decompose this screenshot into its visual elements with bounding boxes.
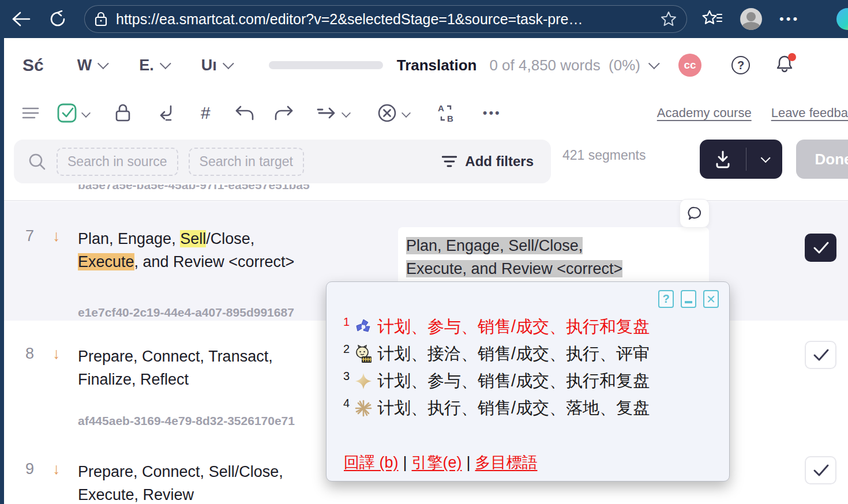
highlight-yellow: Sell: [180, 230, 206, 247]
segment-number: 8: [25, 345, 34, 363]
editor-toolbar: # AB ••• Academy course Leave feedba: [4, 92, 848, 134]
highlight-orange: Execute: [78, 253, 134, 270]
chevron-down-icon: [160, 58, 171, 69]
confirm-button-row9[interactable]: [805, 456, 836, 484]
source-text[interactable]: Plan, Engage, Sell/Close, Execute, and R…: [78, 227, 392, 273]
notifications-bell-icon[interactable]: [775, 54, 794, 76]
segment-id: e1e7cf40-2c19-44e4-a407-895d991687: [78, 306, 294, 319]
academy-course-link[interactable]: Academy course: [657, 106, 752, 121]
word-count: 0 of 4,850 words (0%): [489, 57, 640, 74]
menu-editor[interactable]: E.: [139, 57, 168, 74]
popup-footer: 回譯 (b)|引擎(e)|多目標語: [344, 452, 538, 473]
popup-minimize-button[interactable]: [681, 290, 696, 308]
url-text[interactable]: https://ea.smartcat.com/editor?v=2&selec…: [116, 11, 660, 28]
chevron-down-icon: [223, 58, 234, 69]
engines-link[interactable]: 引擎(e): [412, 454, 462, 471]
hamburger-menu-icon[interactable]: [22, 107, 39, 119]
search-box: Search in source Search in target Add fi…: [14, 140, 551, 183]
filter-icon: [442, 156, 457, 167]
translation-entry[interactable]: 3 计划、参与、销售/成交、执行和复盘: [342, 370, 650, 393]
segment-number-icon[interactable]: #: [201, 103, 211, 123]
comment-bubble-icon: [687, 206, 702, 221]
translation-entry[interactable]: 4 计划、执行、销售/成交、落地、复盘: [342, 397, 650, 420]
menu-workspace[interactable]: W: [77, 57, 106, 74]
copy-source-to-target-button[interactable]: [317, 106, 350, 121]
browser-back-button[interactable]: [8, 6, 33, 32]
search-in-source-input[interactable]: Search in source: [57, 148, 178, 176]
confirm-button-row7[interactable]: [805, 234, 836, 262]
blue-knot-engine-icon: [354, 318, 373, 336]
menu-user[interactable]: Uı: [201, 57, 231, 74]
chevron-down-icon: [402, 108, 411, 118]
clipped-segment-id: ba5e7a5e-ba5e-45ab-97f1-ea5e57e51ba5: [78, 185, 310, 199]
popup-close-button[interactable]: ✕: [703, 290, 719, 308]
lock-icon: [94, 11, 108, 27]
undo-icon[interactable]: [235, 104, 254, 122]
help-icon[interactable]: ?: [731, 56, 750, 74]
stage-title: Translation: [397, 57, 477, 74]
chevron-down-icon[interactable]: [761, 153, 771, 163]
check-icon: [812, 464, 830, 477]
minimize-icon: [685, 301, 692, 303]
notification-badge: [788, 53, 796, 61]
chevron-down-icon: [342, 108, 351, 118]
divider: [4, 200, 848, 201]
segments-count: 421 segments: [562, 148, 646, 163]
add-filters-button[interactable]: Add filters: [442, 140, 534, 183]
divider: [746, 148, 746, 171]
screen: https://ea.smartcat.com/editor?v=2&selec…: [0, 0, 848, 504]
progress-bar: [269, 61, 383, 69]
svg-text:B: B: [447, 114, 453, 123]
back-translate-link[interactable]: 回譯 (b): [344, 454, 399, 471]
window-border: [0, 38, 4, 504]
confirm-button-row8[interactable]: [805, 341, 836, 369]
filter-bar: Search in source Search in target Add fi…: [4, 134, 848, 190]
check-icon: [812, 348, 830, 362]
comment-button[interactable]: [680, 199, 710, 228]
gold-sparkle-engine-icon: [354, 373, 373, 390]
translation-entry[interactable]: 2 计划、接洽、销售/成交、执行、评审: [342, 343, 650, 366]
segment-number: 9: [25, 460, 34, 478]
bookmark-star-icon[interactable]: [660, 10, 677, 28]
arrow-down-icon: ↓: [52, 227, 61, 245]
redo-icon[interactable]: [274, 104, 294, 122]
lock-segment-icon[interactable]: [114, 103, 132, 123]
glossary-ab-icon[interactable]: AB: [436, 103, 456, 123]
chevron-down-icon: [97, 58, 109, 69]
multi-target-link[interactable]: 多目標語: [475, 454, 538, 471]
chevron-down-icon[interactable]: [648, 58, 660, 69]
app-header: Sć W E. Uı Translation 0 of 4,850 words …: [4, 38, 848, 92]
confirm-segment-button[interactable]: [57, 103, 90, 123]
arrow-down-icon: ↓: [52, 460, 61, 478]
copilot-icon[interactable]: [836, 8, 848, 30]
search-in-target-input[interactable]: Search in target: [189, 148, 304, 176]
more-options-icon[interactable]: •••: [483, 106, 501, 121]
svg-text:A: A: [438, 103, 444, 113]
segment-number: 7: [25, 227, 34, 245]
leave-feedback-link[interactable]: Leave feedba: [771, 106, 848, 121]
favorites-icon[interactable]: [702, 10, 723, 28]
clear-target-button[interactable]: [377, 103, 410, 123]
goto-next-unconfirmed-icon[interactable]: [157, 104, 175, 122]
browser-reload-button[interactable]: [45, 6, 70, 32]
smartcat-logo[interactable]: Sć: [22, 55, 44, 75]
download-icon: [714, 150, 731, 168]
done-button[interactable]: Done: [796, 140, 848, 179]
arrow-down-icon: ↓: [52, 345, 61, 363]
segment-id: af445aeb-3169-4e79-8d32-3526170e71: [78, 414, 295, 428]
download-button[interactable]: [700, 140, 782, 179]
browser-address-bar[interactable]: https://ea.smartcat.com/editor?v=2&selec…: [84, 5, 687, 33]
browser-profile-avatar[interactable]: [740, 8, 762, 30]
chevron-down-icon: [81, 108, 91, 118]
popup-help-button[interactable]: ?: [658, 290, 674, 308]
browser-toolbar: https://ea.smartcat.com/editor?v=2&selec…: [0, 0, 848, 38]
gold-starburst-engine-icon: [354, 399, 373, 418]
animal-mascot-engine-icon: [354, 345, 373, 363]
translation-popup: ? ✕ 1 计划、参与、销售/成交、执行和复盘 2 计划、接洽、销售/成交、执行…: [326, 281, 730, 482]
user-avatar[interactable]: cc: [678, 54, 701, 77]
check-icon: [812, 241, 830, 255]
translation-entry[interactable]: 1 计划、参与、销售/成交、执行和复盘: [342, 315, 650, 338]
browser-menu-icon[interactable]: •••: [779, 12, 800, 27]
search-icon: [28, 152, 46, 171]
